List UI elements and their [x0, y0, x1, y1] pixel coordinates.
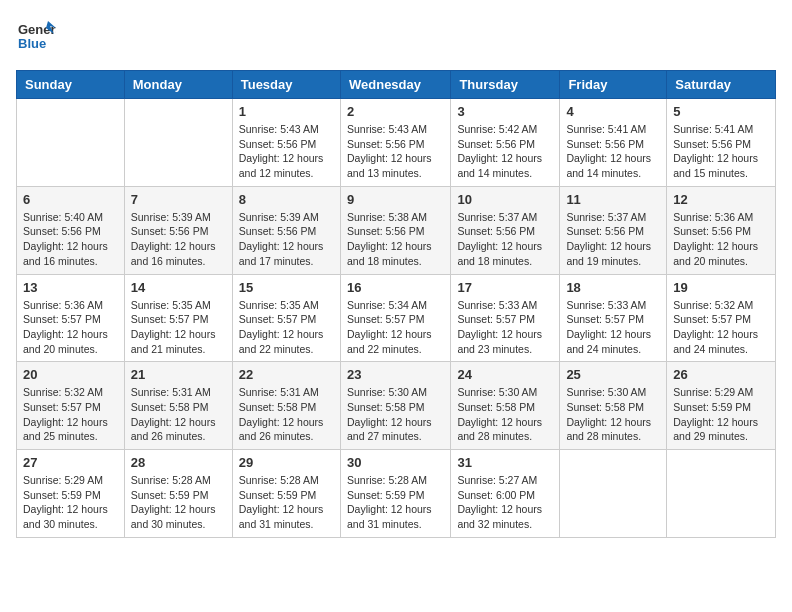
day-info: Sunrise: 5:43 AM Sunset: 5:56 PM Dayligh… [239, 122, 334, 181]
calendar-week-row: 6Sunrise: 5:40 AM Sunset: 5:56 PM Daylig… [17, 186, 776, 274]
calendar-cell: 16Sunrise: 5:34 AM Sunset: 5:57 PM Dayli… [340, 274, 450, 362]
day-number: 19 [673, 280, 769, 295]
calendar-cell: 1Sunrise: 5:43 AM Sunset: 5:56 PM Daylig… [232, 99, 340, 187]
calendar-cell: 25Sunrise: 5:30 AM Sunset: 5:58 PM Dayli… [560, 362, 667, 450]
day-number: 12 [673, 192, 769, 207]
calendar-cell: 17Sunrise: 5:33 AM Sunset: 5:57 PM Dayli… [451, 274, 560, 362]
calendar-cell: 27Sunrise: 5:29 AM Sunset: 5:59 PM Dayli… [17, 450, 125, 538]
day-number: 17 [457, 280, 553, 295]
day-info: Sunrise: 5:39 AM Sunset: 5:56 PM Dayligh… [239, 210, 334, 269]
weekday-header-saturday: Saturday [667, 71, 776, 99]
day-number: 23 [347, 367, 444, 382]
day-number: 24 [457, 367, 553, 382]
day-number: 16 [347, 280, 444, 295]
calendar-cell: 23Sunrise: 5:30 AM Sunset: 5:58 PM Dayli… [340, 362, 450, 450]
calendar-cell [124, 99, 232, 187]
day-number: 15 [239, 280, 334, 295]
day-number: 20 [23, 367, 118, 382]
day-info: Sunrise: 5:29 AM Sunset: 5:59 PM Dayligh… [23, 473, 118, 532]
weekday-header-sunday: Sunday [17, 71, 125, 99]
svg-text:Blue: Blue [18, 36, 46, 51]
day-number: 13 [23, 280, 118, 295]
day-info: Sunrise: 5:32 AM Sunset: 5:57 PM Dayligh… [23, 385, 118, 444]
day-info: Sunrise: 5:30 AM Sunset: 5:58 PM Dayligh… [566, 385, 660, 444]
calendar-cell [17, 99, 125, 187]
day-number: 25 [566, 367, 660, 382]
weekday-header-monday: Monday [124, 71, 232, 99]
day-info: Sunrise: 5:43 AM Sunset: 5:56 PM Dayligh… [347, 122, 444, 181]
day-info: Sunrise: 5:30 AM Sunset: 5:58 PM Dayligh… [457, 385, 553, 444]
logo-icon: General Blue [16, 16, 56, 60]
day-number: 5 [673, 104, 769, 119]
day-number: 29 [239, 455, 334, 470]
calendar-cell: 24Sunrise: 5:30 AM Sunset: 5:58 PM Dayli… [451, 362, 560, 450]
day-info: Sunrise: 5:35 AM Sunset: 5:57 PM Dayligh… [131, 298, 226, 357]
calendar-cell: 15Sunrise: 5:35 AM Sunset: 5:57 PM Dayli… [232, 274, 340, 362]
calendar-cell: 9Sunrise: 5:38 AM Sunset: 5:56 PM Daylig… [340, 186, 450, 274]
day-number: 10 [457, 192, 553, 207]
day-info: Sunrise: 5:28 AM Sunset: 5:59 PM Dayligh… [131, 473, 226, 532]
calendar-cell: 2Sunrise: 5:43 AM Sunset: 5:56 PM Daylig… [340, 99, 450, 187]
day-info: Sunrise: 5:39 AM Sunset: 5:56 PM Dayligh… [131, 210, 226, 269]
calendar-cell: 21Sunrise: 5:31 AM Sunset: 5:58 PM Dayli… [124, 362, 232, 450]
day-number: 21 [131, 367, 226, 382]
day-info: Sunrise: 5:29 AM Sunset: 5:59 PM Dayligh… [673, 385, 769, 444]
day-number: 8 [239, 192, 334, 207]
day-info: Sunrise: 5:36 AM Sunset: 5:56 PM Dayligh… [673, 210, 769, 269]
weekday-header-thursday: Thursday [451, 71, 560, 99]
day-number: 2 [347, 104, 444, 119]
calendar-week-row: 20Sunrise: 5:32 AM Sunset: 5:57 PM Dayli… [17, 362, 776, 450]
calendar-cell: 14Sunrise: 5:35 AM Sunset: 5:57 PM Dayli… [124, 274, 232, 362]
day-number: 1 [239, 104, 334, 119]
day-info: Sunrise: 5:28 AM Sunset: 5:59 PM Dayligh… [239, 473, 334, 532]
calendar-cell: 7Sunrise: 5:39 AM Sunset: 5:56 PM Daylig… [124, 186, 232, 274]
calendar-cell: 5Sunrise: 5:41 AM Sunset: 5:56 PM Daylig… [667, 99, 776, 187]
calendar-cell: 31Sunrise: 5:27 AM Sunset: 6:00 PM Dayli… [451, 450, 560, 538]
day-number: 3 [457, 104, 553, 119]
calendar-cell: 28Sunrise: 5:28 AM Sunset: 5:59 PM Dayli… [124, 450, 232, 538]
weekday-header-friday: Friday [560, 71, 667, 99]
weekday-header-wednesday: Wednesday [340, 71, 450, 99]
day-number: 9 [347, 192, 444, 207]
day-info: Sunrise: 5:33 AM Sunset: 5:57 PM Dayligh… [457, 298, 553, 357]
weekday-header-tuesday: Tuesday [232, 71, 340, 99]
page-header: General Blue [16, 16, 776, 60]
day-info: Sunrise: 5:27 AM Sunset: 6:00 PM Dayligh… [457, 473, 553, 532]
weekday-header-row: SundayMondayTuesdayWednesdayThursdayFrid… [17, 71, 776, 99]
calendar-cell: 18Sunrise: 5:33 AM Sunset: 5:57 PM Dayli… [560, 274, 667, 362]
calendar-cell: 29Sunrise: 5:28 AM Sunset: 5:59 PM Dayli… [232, 450, 340, 538]
day-info: Sunrise: 5:40 AM Sunset: 5:56 PM Dayligh… [23, 210, 118, 269]
day-number: 27 [23, 455, 118, 470]
calendar-cell: 30Sunrise: 5:28 AM Sunset: 5:59 PM Dayli… [340, 450, 450, 538]
day-number: 4 [566, 104, 660, 119]
day-number: 26 [673, 367, 769, 382]
calendar-week-row: 13Sunrise: 5:36 AM Sunset: 5:57 PM Dayli… [17, 274, 776, 362]
day-info: Sunrise: 5:34 AM Sunset: 5:57 PM Dayligh… [347, 298, 444, 357]
day-info: Sunrise: 5:41 AM Sunset: 5:56 PM Dayligh… [673, 122, 769, 181]
calendar-cell: 20Sunrise: 5:32 AM Sunset: 5:57 PM Dayli… [17, 362, 125, 450]
calendar-cell [560, 450, 667, 538]
calendar-cell: 12Sunrise: 5:36 AM Sunset: 5:56 PM Dayli… [667, 186, 776, 274]
calendar-week-row: 27Sunrise: 5:29 AM Sunset: 5:59 PM Dayli… [17, 450, 776, 538]
calendar-table: SundayMondayTuesdayWednesdayThursdayFrid… [16, 70, 776, 538]
calendar-cell: 11Sunrise: 5:37 AM Sunset: 5:56 PM Dayli… [560, 186, 667, 274]
calendar-cell: 10Sunrise: 5:37 AM Sunset: 5:56 PM Dayli… [451, 186, 560, 274]
day-info: Sunrise: 5:32 AM Sunset: 5:57 PM Dayligh… [673, 298, 769, 357]
day-info: Sunrise: 5:37 AM Sunset: 5:56 PM Dayligh… [457, 210, 553, 269]
day-info: Sunrise: 5:31 AM Sunset: 5:58 PM Dayligh… [131, 385, 226, 444]
calendar-cell: 3Sunrise: 5:42 AM Sunset: 5:56 PM Daylig… [451, 99, 560, 187]
day-number: 28 [131, 455, 226, 470]
calendar-cell: 22Sunrise: 5:31 AM Sunset: 5:58 PM Dayli… [232, 362, 340, 450]
calendar-cell: 4Sunrise: 5:41 AM Sunset: 5:56 PM Daylig… [560, 99, 667, 187]
day-number: 22 [239, 367, 334, 382]
day-number: 18 [566, 280, 660, 295]
day-info: Sunrise: 5:33 AM Sunset: 5:57 PM Dayligh… [566, 298, 660, 357]
day-info: Sunrise: 5:41 AM Sunset: 5:56 PM Dayligh… [566, 122, 660, 181]
day-number: 11 [566, 192, 660, 207]
day-number: 30 [347, 455, 444, 470]
day-info: Sunrise: 5:42 AM Sunset: 5:56 PM Dayligh… [457, 122, 553, 181]
day-info: Sunrise: 5:31 AM Sunset: 5:58 PM Dayligh… [239, 385, 334, 444]
day-info: Sunrise: 5:30 AM Sunset: 5:58 PM Dayligh… [347, 385, 444, 444]
day-info: Sunrise: 5:37 AM Sunset: 5:56 PM Dayligh… [566, 210, 660, 269]
day-number: 31 [457, 455, 553, 470]
